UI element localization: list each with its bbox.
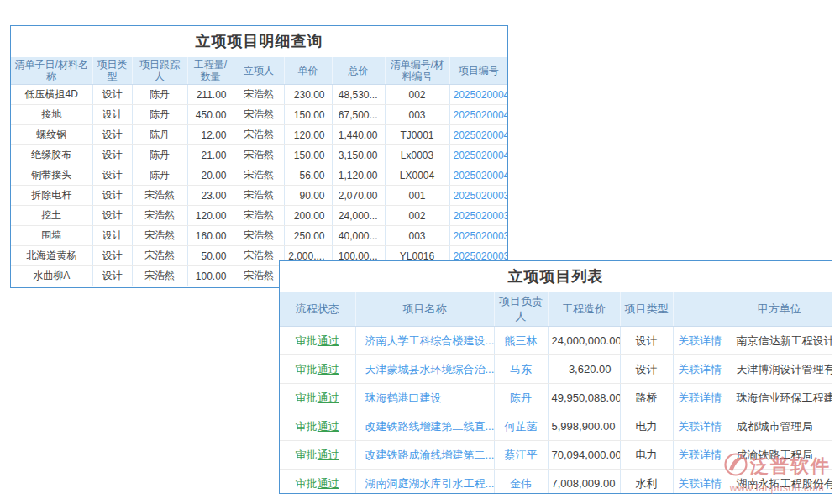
cell-unit-price: 250.00	[284, 226, 332, 246]
manager-link[interactable]: 何芷菡	[505, 420, 538, 433]
list-table-body: 审批通过 济南大学工科综合楼建设... 熊三林 24,000,000.00 设计…	[280, 327, 832, 495]
cell-quantity: 100.00	[187, 266, 234, 286]
manager-link[interactable]: 马东	[510, 363, 532, 375]
col-quantity: 工程量/数量	[187, 57, 234, 85]
list-header-row: 流程状态 项目名称 项目负责人 工程造价 项目类型 甲方单位	[280, 292, 832, 327]
project-name-link[interactable]: 济南大学工科综合楼建设...	[365, 334, 495, 347]
cell-quantity: 21.00	[187, 145, 234, 165]
col-flow-status: 流程状态	[280, 292, 355, 327]
cell-project-type: 设计	[92, 266, 132, 286]
cell-initiator: 宋浩然	[234, 145, 284, 165]
cell-tracker: 宋浩然	[132, 206, 187, 226]
cell-list-no: LX0004	[385, 165, 449, 186]
project-name-link[interactable]: 改建铁路线增建第二线直...	[365, 420, 495, 433]
detail-link[interactable]: 关联详情	[678, 391, 722, 404]
cell-project-no: 2025020003	[449, 226, 507, 246]
manager-link[interactable]: 蔡江平	[505, 449, 538, 461]
col-unit-price: 单价	[284, 57, 332, 85]
table-row: 审批通过 改建铁路成渝线增建第二... 蔡江平 70,094,000.00 电力…	[280, 441, 832, 470]
cell-flow-status: 审批通过	[280, 470, 355, 495]
manager-link[interactable]: 金伟	[510, 477, 532, 490]
status-badge: 审批通过	[296, 477, 339, 490]
col-detail-link	[673, 292, 727, 327]
table-row: 审批通过 天津蒙城县水环境综合治... 马东 3,620.00 设计 关联详情 …	[280, 355, 832, 384]
table-row: 低压横担4D 设计 陈丹 211.00 宋浩然 230.00 48,530...…	[11, 85, 507, 105]
cell-type: 电力	[620, 412, 673, 441]
project-no-link[interactable]: 2025020003	[454, 230, 508, 242]
cell-flow-status: 审批通过	[280, 441, 355, 470]
cell-unit-price: 230.00	[284, 85, 332, 105]
cell-project-name: 湖南洞庭湖水库引水工程...	[355, 470, 494, 495]
cell-flow-status: 审批通过	[280, 355, 355, 384]
table-row: 铜带接头 设计 陈丹 20.00 宋浩然 56.00 1,120.00 LX00…	[11, 165, 507, 186]
detail-link[interactable]: 关联详情	[678, 449, 722, 461]
project-no-link[interactable]: 2025020003	[454, 190, 508, 202]
project-name-link[interactable]: 改建铁路成渝线增建第二...	[365, 449, 495, 461]
cell-type: 设计	[620, 355, 673, 384]
table-row: 绝缘胶布 设计 陈丹 21.00 宋浩然 150.00 3,150.00 Lx0…	[11, 145, 507, 165]
status-pass-link[interactable]: 通过	[318, 334, 339, 347]
cell-type: 路桥	[620, 384, 673, 412]
status-badge: 审批通过	[296, 363, 339, 375]
cell-tracker: 宋浩然	[132, 186, 187, 206]
status-badge: 审批通过	[296, 334, 339, 347]
cell-unit-price: 90.00	[284, 186, 332, 206]
cell-total-price: 67,500...	[332, 105, 385, 125]
cell-project-no: 2025020004	[449, 85, 507, 105]
cell-manager: 熊三林	[494, 327, 548, 355]
project-no-link[interactable]: 2025020004	[454, 89, 508, 101]
cell-initiator: 宋浩然	[234, 125, 284, 145]
detail-table-body: 低压横担4D 设计 陈丹 211.00 宋浩然 230.00 48,530...…	[11, 85, 507, 286]
detail-query-window: 立项项目明细查询 清单子目/材料名称 项目类型 项目跟踪人 工程量/数量 立项人…	[10, 25, 508, 288]
table-row: 拆除电杆 设计 宋浩然 23.00 宋浩然 90.00 2,070.00 001…	[11, 186, 507, 206]
cell-cost: 3,620.00	[548, 355, 620, 384]
table-row: 审批通过 珠海鹤港口建设 陈丹 49,950,088.00 路桥 关联详情 珠海…	[280, 384, 832, 412]
cell-manager: 蔡江平	[494, 441, 548, 470]
project-no-link[interactable]: 2025020004	[454, 150, 508, 161]
project-name-link[interactable]: 湖南洞庭湖水库引水工程...	[365, 477, 495, 490]
manager-link[interactable]: 熊三林	[505, 334, 538, 347]
status-pass-link[interactable]: 通过	[318, 477, 339, 490]
project-name-link[interactable]: 天津蒙城县水环境综合治...	[365, 363, 495, 375]
cell-item-name: 拆除电杆	[11, 186, 92, 206]
cell-item-name: 绝缘胶布	[11, 145, 92, 165]
cell-total-price: 40,000...	[332, 226, 385, 246]
col-initiator: 立项人	[234, 57, 284, 85]
cell-detail: 关联详情	[673, 384, 727, 412]
cell-project-no: 2025020004	[449, 145, 507, 165]
cell-total-price: 1,440.00	[332, 125, 385, 145]
cell-client: 湖南永拓工程股份有...	[727, 470, 832, 495]
cell-project-type: 设计	[92, 105, 132, 125]
col-item-name: 清单子目/材料名称	[11, 57, 92, 85]
detail-link[interactable]: 关联详情	[678, 477, 722, 490]
cell-client: 天津博润设计管理有...	[727, 355, 832, 384]
cell-tracker: 陈丹	[132, 85, 187, 105]
cell-quantity: 211.00	[187, 85, 234, 105]
detail-link[interactable]: 关联详情	[678, 334, 722, 347]
cell-detail: 关联详情	[673, 441, 727, 470]
status-pass-link[interactable]: 通过	[318, 449, 339, 461]
detail-header-row: 清单子目/材料名称 项目类型 项目跟踪人 工程量/数量 立项人 单价 总价 清单…	[11, 57, 507, 85]
cell-cost: 24,000,000.00	[548, 327, 620, 355]
manager-link[interactable]: 陈丹	[510, 391, 532, 404]
cell-project-name: 天津蒙城县水环境综合治...	[355, 355, 494, 384]
status-pass-link[interactable]: 通过	[318, 363, 339, 375]
project-no-link[interactable]: 2025020004	[454, 109, 508, 121]
cell-initiator: 宋浩然	[234, 206, 284, 226]
cell-list-no: TJ0001	[385, 125, 449, 145]
status-pass-link[interactable]: 通过	[318, 420, 339, 433]
project-no-link[interactable]: 2025020004	[454, 170, 508, 181]
project-no-link[interactable]: 2025020003	[454, 210, 508, 222]
detail-link[interactable]: 关联详情	[678, 420, 722, 433]
cell-unit-price: 56.00	[284, 165, 332, 186]
table-row: 审批通过 改建铁路线增建第二线直... 何芷菡 5,998,900.00 电力 …	[280, 412, 832, 441]
cell-total-price: 2,070.00	[332, 186, 385, 206]
project-name-link[interactable]: 珠海鹤港口建设	[365, 391, 442, 404]
status-pass-link[interactable]: 通过	[318, 391, 339, 404]
table-row: 挖土 设计 宋浩然 120.00 宋浩然 200.00 24,000... 00…	[11, 206, 507, 226]
project-no-link[interactable]: 2025020004	[454, 129, 508, 141]
cell-initiator: 宋浩然	[234, 226, 284, 246]
cell-item-name: 围墙	[11, 226, 92, 246]
col-list-no: 清单编号/材料编号	[385, 57, 449, 85]
detail-link[interactable]: 关联详情	[678, 363, 722, 375]
